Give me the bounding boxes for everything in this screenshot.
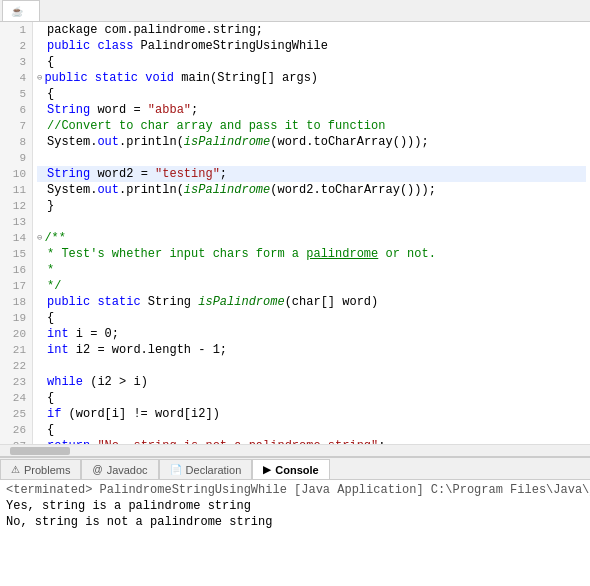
line-number: 3 xyxy=(6,54,26,70)
editor-tab[interactable]: ☕ xyxy=(2,0,40,21)
code-line: { xyxy=(37,54,586,70)
line-number: 7 xyxy=(6,118,26,134)
bottom-tab-javadoc[interactable]: @Javadoc xyxy=(81,459,158,479)
editor-container: ☕ 12345678910111213141516171819202122232… xyxy=(0,0,590,586)
code-line: System.out.println(isPalindrome(word.toC… xyxy=(37,134,586,150)
console-icon: ▶ xyxy=(263,464,271,475)
code-line: String word2 = "testing"; xyxy=(37,166,586,182)
line-number: 19 xyxy=(6,310,26,326)
line-number: 24 xyxy=(6,390,26,406)
line-number: 10 xyxy=(6,166,26,182)
line-number: 20 xyxy=(6,326,26,342)
line-number: 4 xyxy=(6,70,26,86)
code-line: System.out.println(isPalindrome(word2.to… xyxy=(37,182,586,198)
line-number: 6 xyxy=(6,102,26,118)
line-number: 1 xyxy=(6,22,26,38)
line-number: 12 xyxy=(6,198,26,214)
line-number: 2 xyxy=(6,38,26,54)
code-line xyxy=(37,358,586,374)
fold-marker[interactable]: ⊖ xyxy=(37,70,42,86)
line-number: 25 xyxy=(6,406,26,422)
code-line: int i2 = word.length - 1; xyxy=(37,342,586,358)
line-number: 14 xyxy=(6,230,26,246)
declaration-icon: 📄 xyxy=(170,464,182,475)
line-number: 9 xyxy=(6,150,26,166)
bottom-tab-problems[interactable]: ⚠Problems xyxy=(0,459,81,479)
code-line xyxy=(37,150,586,166)
console-output-line-2: No, string is not a palindrome string xyxy=(6,514,584,530)
code-line: ⊖ /** xyxy=(37,230,586,246)
console-output-line-1: Yes, string is a palindrome string xyxy=(6,498,584,514)
line-number: 17 xyxy=(6,278,26,294)
code-line xyxy=(37,214,586,230)
horizontal-scrollbar[interactable] xyxy=(0,444,590,456)
java-file-icon: ☕ xyxy=(11,6,23,17)
code-line: int i = 0; xyxy=(37,326,586,342)
line-number: 16 xyxy=(6,262,26,278)
code-line: { xyxy=(37,422,586,438)
bottom-tab-console[interactable]: ▶Console xyxy=(252,459,329,479)
code-line: * Test's whether input chars form a pali… xyxy=(37,246,586,262)
code-editor: 1234567891011121314151617181920212223242… xyxy=(0,22,590,444)
code-line: } xyxy=(37,198,586,214)
bottom-tab-bar: ⚠Problems@Javadoc📄Declaration▶Console xyxy=(0,458,590,480)
line-number: 26 xyxy=(6,422,26,438)
scrollbar-thumb[interactable] xyxy=(10,447,70,455)
code-line: * xyxy=(37,262,586,278)
code-line: { xyxy=(37,310,586,326)
line-number: 21 xyxy=(6,342,26,358)
line-number: 11 xyxy=(6,182,26,198)
code-line: if (word[i] != word[i2]) xyxy=(37,406,586,422)
code-line: ⊖ public static void main(String[] args) xyxy=(37,70,586,86)
console-output: <terminated> PalindromeStringUsingWhile … xyxy=(0,480,590,586)
line-number: 22 xyxy=(6,358,26,374)
line-number: 23 xyxy=(6,374,26,390)
bottom-tab-declaration[interactable]: 📄Declaration xyxy=(159,459,253,479)
code-line: package com.palindrome.string; xyxy=(37,22,586,38)
line-number: 5 xyxy=(6,86,26,102)
code-line: public static String isPalindrome(char[]… xyxy=(37,294,586,310)
bottom-panel: ⚠Problems@Javadoc📄Declaration▶Console <t… xyxy=(0,456,590,586)
javadoc-icon: @ xyxy=(92,464,102,475)
code-line: String word = "abba"; xyxy=(37,102,586,118)
tab-bar: ☕ xyxy=(0,0,590,22)
code-content[interactable]: package com.palindrome.string;public cla… xyxy=(33,22,590,444)
code-line: while (i2 > i) xyxy=(37,374,586,390)
console-terminated-line: <terminated> PalindromeStringUsingWhile … xyxy=(6,482,584,498)
code-line: public class PalindromeStringUsingWhile xyxy=(37,38,586,54)
code-line: { xyxy=(37,86,586,102)
line-number: 13 xyxy=(6,214,26,230)
fold-marker[interactable]: ⊖ xyxy=(37,230,42,246)
code-line: //Convert to char array and pass it to f… xyxy=(37,118,586,134)
line-number: 18 xyxy=(6,294,26,310)
code-line: { xyxy=(37,390,586,406)
line-numbers: 1234567891011121314151617181920212223242… xyxy=(0,22,33,444)
problems-icon: ⚠ xyxy=(11,464,20,475)
line-number: 8 xyxy=(6,134,26,150)
code-line: */ xyxy=(37,278,586,294)
line-number: 15 xyxy=(6,246,26,262)
